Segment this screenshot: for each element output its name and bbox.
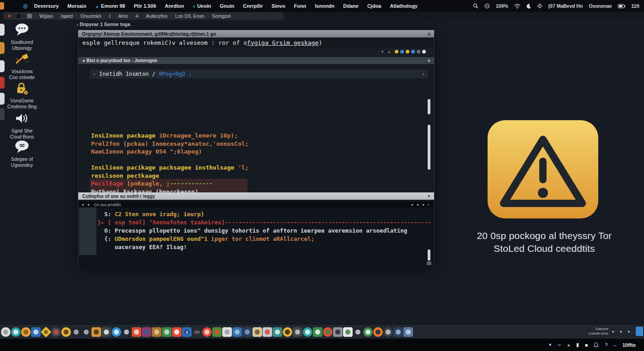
chevron-down-icon[interactable]: ▾ bbox=[428, 194, 430, 198]
scrollbar-thumb[interactable] bbox=[428, 250, 430, 261]
menu-item[interactable]: Deversury bbox=[34, 3, 59, 9]
app-square-icon[interactable] bbox=[27, 14, 32, 18]
dock-app-icon[interactable] bbox=[71, 327, 81, 337]
record-dot-icon[interactable] bbox=[16, 14, 21, 18]
menu-item[interactable]: Morsaix bbox=[67, 3, 86, 9]
dock-app-icon[interactable] bbox=[162, 327, 172, 337]
wifi-icon[interactable] bbox=[514, 4, 521, 9]
dock-app-icon[interactable] bbox=[273, 327, 282, 337]
tray-glyph-icon[interactable]: ▰ bbox=[558, 342, 561, 348]
menu-item[interactable]: Cjdoa bbox=[367, 3, 381, 9]
panel-header-output[interactable]: Cutlopfos of one su sedril r leggy ▾ bbox=[78, 192, 434, 200]
tray-glyph-icon[interactable]: – bbox=[614, 342, 617, 348]
menu-item[interactable]: Atlathology bbox=[390, 3, 418, 9]
menu-item[interactable]: Ddane bbox=[343, 3, 359, 9]
close-icon[interactable]: x bbox=[428, 31, 430, 37]
menu-item[interactable]: Sinvo bbox=[272, 3, 285, 9]
dock-app-icon[interactable] bbox=[122, 327, 131, 337]
dock-app-icon[interactable] bbox=[41, 327, 52, 338]
dock-app-icon[interactable] bbox=[112, 327, 121, 337]
tab-item[interactable]: Wgiao bbox=[39, 13, 53, 19]
moon-icon[interactable] bbox=[526, 4, 531, 9]
tray-glyph-icon[interactable]: ● bbox=[567, 342, 570, 348]
dock-app-icon[interactable] bbox=[212, 327, 222, 337]
desktop-shortcut[interactable]: VouckneaCoo onlvebr bbox=[0, 52, 44, 80]
search-icon[interactable] bbox=[473, 3, 478, 9]
edge-app-stub-icon[interactable] bbox=[0, 2, 4, 10]
dock-app-icon[interactable] bbox=[403, 327, 413, 337]
tray-dots[interactable]: ● ● ● bbox=[612, 330, 632, 334]
dock-app-icon[interactable] bbox=[152, 327, 161, 337]
dock-app-icon[interactable] bbox=[132, 327, 141, 337]
dock-app-icon[interactable] bbox=[343, 327, 353, 337]
panel-header-logs[interactable]: ● Bist o pucyobud loo - Jomnsgne ▾ bbox=[78, 57, 434, 64]
tray-app-icon[interactable] bbox=[636, 327, 643, 336]
desktop-shortcut[interactable]: ∞Sdegee ofUgoondoy bbox=[0, 140, 44, 168]
dock-app-icon[interactable] bbox=[91, 327, 101, 337]
dock-app-icon[interactable] bbox=[61, 327, 71, 337]
dock-app-icon[interactable] bbox=[393, 327, 403, 337]
chevron-down-icon[interactable]: ▾ bbox=[381, 49, 384, 54]
dock-app-icon[interactable] bbox=[373, 327, 383, 337]
dock-app-icon[interactable]: 2 bbox=[182, 327, 192, 337]
dock-app-icon[interactable] bbox=[353, 327, 363, 337]
menu-item[interactable]: Isnnndn bbox=[315, 3, 335, 9]
dock-app-icon[interactable] bbox=[293, 327, 302, 337]
chevron-down-icon[interactable]: ▾ bbox=[428, 58, 430, 63]
session-dropdown[interactable]: ▾ Inetidh Insmton / 0Pog<0gO ; ▾ bbox=[90, 69, 428, 79]
tab-item[interactable]: Onuomkn bbox=[80, 13, 102, 19]
dock-app-icon[interactable] bbox=[81, 327, 91, 337]
dock-app-icon[interactable] bbox=[242, 327, 252, 337]
dock-app-icon[interactable] bbox=[263, 327, 272, 337]
terminal-controls-dots[interactable]: ● ● ● ▪ bbox=[411, 203, 430, 206]
dock-app-icon[interactable] bbox=[333, 327, 343, 337]
close-dot-icon[interactable] bbox=[8, 15, 11, 17]
tab-item[interactable]: Autkozfon bbox=[146, 13, 167, 19]
dock-app-icon[interactable] bbox=[252, 327, 262, 337]
dock-app-icon[interactable] bbox=[172, 327, 182, 337]
gear-icon[interactable] bbox=[537, 3, 542, 9]
desktop-shortcut[interactable]: Sgnd SheCoud Bons bbox=[0, 112, 44, 140]
dock-app-icon[interactable] bbox=[202, 327, 212, 337]
system-logo-icon[interactable]: ◎ bbox=[23, 3, 27, 9]
dock-app-icon[interactable] bbox=[363, 327, 373, 337]
tab-item[interactable]: Iaped bbox=[61, 13, 73, 19]
chevron-up-icon[interactable]: ▴ bbox=[388, 49, 390, 54]
dock-app-icon[interactable] bbox=[383, 327, 393, 337]
scrollbar-thumb[interactable] bbox=[428, 99, 430, 114]
menu-item[interactable]: Gnuin bbox=[220, 3, 234, 9]
dock-app-icon[interactable] bbox=[51, 327, 61, 337]
menu-item[interactable]: Anrdion bbox=[165, 3, 184, 9]
chevron-down-icon[interactable]: ▾ bbox=[422, 72, 424, 76]
menu-item[interactable]: ▲Emonn 98 bbox=[95, 3, 125, 9]
tab-item[interactable]: 4 bbox=[136, 13, 139, 19]
menu-item[interactable]: Ptir 1.506 bbox=[134, 3, 156, 9]
dock-app-icon[interactable] bbox=[102, 327, 111, 337]
dock-app-icon[interactable] bbox=[222, 327, 232, 337]
menu-item[interactable]: ●Ueoin bbox=[193, 3, 211, 9]
tab-item[interactable]: I bbox=[109, 13, 111, 19]
dock-app-icon[interactable] bbox=[303, 327, 312, 337]
desktop-shortcut[interactable]: SoutburedUbsxnigy bbox=[0, 23, 44, 51]
menu-item[interactable]: Cnrrpilir bbox=[243, 3, 263, 9]
tab-item[interactable]: Ams bbox=[118, 13, 128, 19]
tray-glyph-icon[interactable]: ▮ bbox=[576, 342, 579, 348]
tray-glyph-icon[interactable]: ? bbox=[605, 342, 607, 348]
desktop-shortcut[interactable]: VsnsGsmeCmdmne Bng bbox=[0, 81, 44, 110]
dock-app-icon[interactable] bbox=[313, 327, 322, 337]
scrollbar-thumb[interactable] bbox=[428, 125, 430, 170]
terminal-titlebar[interactable]: ● ● Cn ooo pmskllo ● ● ● ▪ bbox=[78, 202, 434, 207]
dock-app-icon[interactable] bbox=[323, 327, 333, 337]
dock-app-icon[interactable]: GBP bbox=[192, 327, 202, 337]
tab-item[interactable]: Somgzel bbox=[212, 13, 231, 19]
dock-app-icon[interactable] bbox=[142, 327, 151, 337]
bell-icon[interactable] bbox=[594, 342, 599, 348]
window-titlebar[interactable]: Orgrgny/ Abmop Emstononant, gdlMks|htorl… bbox=[78, 30, 434, 37]
dock-app-icon[interactable] bbox=[1, 327, 11, 337]
menu-item[interactable]: Fonn bbox=[294, 3, 306, 9]
dock-app-icon[interactable] bbox=[21, 327, 31, 337]
tray-glyph-icon[interactable]: ▾ bbox=[549, 342, 552, 348]
dock-app-icon[interactable] bbox=[11, 327, 21, 337]
minus-circle-icon[interactable] bbox=[484, 3, 490, 9]
battery-icon[interactable] bbox=[618, 4, 625, 8]
